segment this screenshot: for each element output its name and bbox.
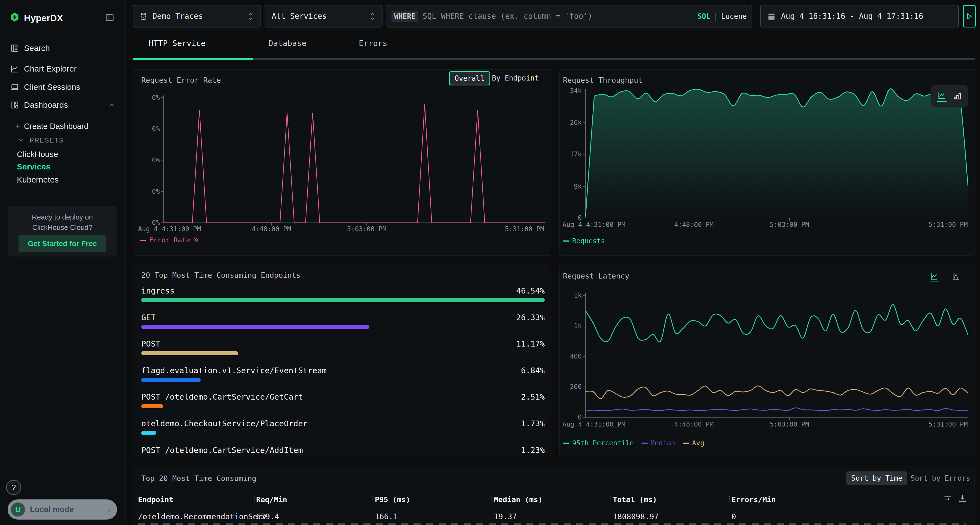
chart-explorer-icon <box>10 64 19 73</box>
x-tick-label: 4:48:00 PM <box>674 221 714 228</box>
database-icon <box>139 12 148 21</box>
date-range-value: Aug 4 16:31:16 - Aug 4 17:31:16 <box>781 12 923 21</box>
search-input[interactable] <box>422 11 697 21</box>
endpoint-value: 6.84% <box>521 366 545 375</box>
table-cell[interactable]: 639.4 <box>256 512 279 521</box>
top-endpoints-panel: 20 Top Most Time Consuming Endpoints ing… <box>133 265 550 457</box>
sidebar-item-kubernetes[interactable]: Kubernetes <box>17 175 59 184</box>
legend-dash <box>683 443 689 444</box>
column-header[interactable]: Req/Min <box>256 495 287 504</box>
get-started-button[interactable]: Get Started for Free <box>19 235 106 252</box>
tab-errors[interactable]: Errors <box>359 39 387 48</box>
help-button[interactable]: ? <box>6 480 21 495</box>
table-cell[interactable]: /oteldemo.RecommendationServ <box>138 512 267 521</box>
where-chip: WHERE <box>391 11 418 22</box>
date-range-picker[interactable]: Aug 4 16:31:16 - Aug 4 17:31:16 <box>760 5 959 27</box>
endpoint-label: GET <box>141 313 156 322</box>
clickhouse-cloud-promo: Ready to deploy on ClickHouse Cloud? Get… <box>8 206 117 257</box>
throughput-panel: Request Throughput Requests 34k26k17k9k0… <box>559 69 975 256</box>
sidebar-item-label: Client Sessions <box>24 82 80 92</box>
sidebar-item-clickhouse[interactable]: ClickHouse <box>17 150 58 159</box>
source-select-value: Demo Traces <box>153 12 203 21</box>
chevron-down-icon <box>18 137 24 144</box>
endpoint-value: 1.73% <box>521 419 545 428</box>
legend-dash <box>563 443 570 444</box>
endpoint-bar[interactable] <box>141 351 238 355</box>
column-header[interactable]: Endpoint <box>138 495 173 504</box>
chart-type-toggle <box>931 85 968 108</box>
endpoint-bar[interactable] <box>141 325 369 329</box>
y-tick-label: 34k <box>559 87 582 95</box>
calendar-icon <box>767 12 776 21</box>
table-cell[interactable]: 0 <box>732 512 736 521</box>
legend-dash <box>563 241 570 241</box>
x-tick-label: 5:03:00 PM <box>770 221 809 228</box>
create-dashboard-button[interactable]: +Create Dashboard <box>16 122 89 131</box>
sort-by-errors-button[interactable]: Sort by Errors <box>911 474 970 482</box>
panel-title: 20 Top Most Time Consuming Endpoints <box>141 271 301 279</box>
endpoint-row: flagd.evaluation.v1.Service/EventStream6… <box>141 366 545 383</box>
endpoint-label: POST /oteldemo.CartService/GetCart <box>141 392 303 401</box>
endpoint-bar[interactable] <box>141 404 163 408</box>
x-tick-label: 4:48:00 PM <box>252 225 291 233</box>
table-cell[interactable]: 166.1 <box>375 512 398 521</box>
endpoint-bar[interactable] <box>141 298 545 302</box>
presets-toggle[interactable]: PRESETS <box>18 136 64 144</box>
sidebar-item-services[interactable]: Services <box>17 162 50 171</box>
mode-divider: | <box>713 12 718 21</box>
sidebar-item-dashboards[interactable]: Dashboards <box>0 96 126 114</box>
column-header[interactable]: Median (ms) <box>494 495 542 504</box>
endpoint-bar[interactable] <box>141 431 156 435</box>
table-cell[interactable]: 19.37 <box>494 512 517 521</box>
tab-database[interactable]: Database <box>269 39 307 48</box>
latency-legend: 95th Percentile Median Avg <box>563 439 712 447</box>
y-tick-label: 400 <box>559 352 582 360</box>
tab-http-service[interactable]: HTTP Service <box>149 39 206 48</box>
x-tick-label: 5:31:00 PM <box>505 225 544 233</box>
y-tick-label: 1k <box>559 322 582 330</box>
x-tick-label: 5:03:00 PM <box>770 420 809 428</box>
sql-mode-toggle[interactable]: SQL <box>697 12 710 21</box>
service-select-value: All Services <box>272 12 327 21</box>
service-select[interactable]: All Services <box>265 5 382 27</box>
sidebar-item-chart-explorer[interactable]: Chart Explorer <box>0 60 126 78</box>
hyperdx-logo-icon <box>10 12 20 22</box>
plus-icon: + <box>16 122 20 130</box>
endpoint-value: 2.51% <box>521 392 545 401</box>
user-menu[interactable]: U Local mode › <box>8 500 117 520</box>
source-select[interactable]: Demo Traces <box>133 5 261 27</box>
y-tick-label: 0% <box>137 94 160 102</box>
column-header[interactable]: P95 (ms) <box>375 495 410 504</box>
search-bar[interactable]: WHERE SQL | Lucene <box>387 5 752 27</box>
sidebar-item-label: Dashboards <box>24 100 68 109</box>
endpoint-row: POST11.17% <box>141 339 545 356</box>
expand-rows-icon[interactable] <box>943 494 952 503</box>
legend-dash <box>140 240 146 241</box>
bar-chart-toggle-icon[interactable] <box>953 92 962 101</box>
endpoint-row: GET26.33% <box>141 313 545 330</box>
y-tick-label: 0% <box>137 188 160 195</box>
column-header[interactable]: Total (ms) <box>613 495 657 504</box>
sidebar-item-search[interactable]: Search <box>0 40 126 57</box>
promo-line1: Ready to deploy on <box>8 212 117 222</box>
line-chart-toggle-icon[interactable] <box>937 91 947 102</box>
table-cell[interactable]: 1808098.97 <box>613 512 659 521</box>
lucene-mode-toggle[interactable]: Lucene <box>721 12 747 21</box>
column-header[interactable]: Errors/Min <box>732 495 776 504</box>
endpoint-value: 46.54% <box>516 286 545 295</box>
sort-by-time-button[interactable]: Sort by Time <box>846 471 907 485</box>
x-tick-label: 4:48:00 PM <box>674 420 714 428</box>
endpoint-row: POST /oteldemo.CartService/AddItem1.23% <box>141 446 545 457</box>
promo-line2: ClickHouse Cloud? <box>8 222 117 233</box>
collapse-sidebar-icon[interactable] <box>105 13 115 22</box>
search-logs-icon <box>10 43 19 53</box>
y-tick-label: 9k <box>559 183 582 190</box>
endpoint-bar[interactable] <box>141 378 200 382</box>
endpoint-value: 1.23% <box>521 446 545 455</box>
download-csv-icon[interactable] <box>958 494 967 503</box>
sidebar-item-client-sessions[interactable]: Client Sessions <box>0 78 126 96</box>
endpoint-row: ingress46.54% <box>141 286 545 303</box>
endpoint-label: ingress <box>141 286 175 295</box>
tab-underline-track <box>133 58 975 60</box>
run-query-button[interactable] <box>963 5 976 27</box>
